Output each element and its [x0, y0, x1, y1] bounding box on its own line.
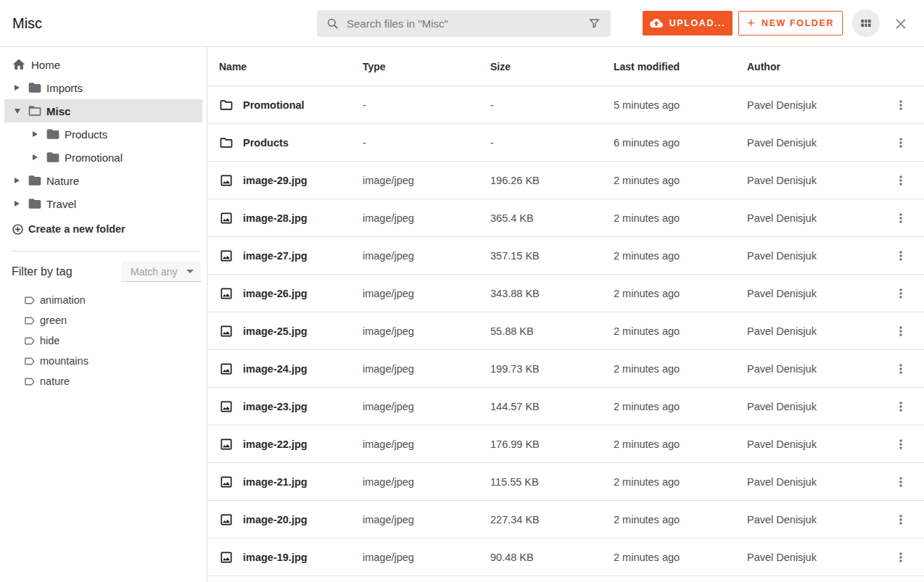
tree-item-label: Travel: [46, 198, 76, 210]
file-size: 176.99 KB: [490, 438, 614, 450]
file-name: Products: [243, 137, 289, 149]
file-name-cell: image-29.jpg: [219, 173, 363, 188]
table-row[interactable]: image-20.jpgimage/jpeg227.34 KB2 minutes…: [207, 501, 924, 539]
row-menu-button[interactable]: [889, 357, 912, 381]
file-modified: 2 minutes ago: [614, 514, 747, 525]
chevron-right-icon[interactable]: [33, 154, 38, 160]
close-button[interactable]: [892, 15, 909, 33]
file-name-cell: image-23.jpg: [219, 399, 363, 414]
row-menu-button[interactable]: [889, 433, 912, 456]
row-menu-button[interactable]: [889, 320, 912, 343]
tag-list: animationgreenhidemountainsnature: [12, 290, 201, 391]
table-row[interactable]: image-22.jpgimage/jpeg176.99 KB2 minutes…: [207, 425, 924, 463]
file-name: image-28.jpg: [243, 212, 308, 224]
tag-item-animation[interactable]: animation: [12, 290, 201, 310]
tree-item-promotional[interactable]: Promotional: [0, 146, 207, 169]
table-row[interactable]: image-23.jpgimage/jpeg144.57 KB2 minutes…: [207, 388, 924, 425]
file-name: image-25.jpg: [243, 325, 308, 337]
file-author: Pavel Denisjuk: [747, 99, 880, 111]
column-header-type: Type: [363, 61, 490, 72]
file-author: Pavel Denisjuk: [747, 250, 880, 262]
file-size: 357.15 KB: [490, 250, 614, 262]
row-menu-button[interactable]: [889, 395, 912, 418]
tag-item-green[interactable]: green: [12, 310, 201, 331]
table-row[interactable]: image-27.jpgimage/jpeg357.15 KB2 minutes…: [207, 237, 924, 275]
file-name: image-21.jpg: [243, 476, 308, 488]
row-menu-button[interactable]: [889, 282, 912, 305]
file-type: image/jpeg: [363, 552, 490, 563]
chevron-right-icon[interactable]: [33, 131, 38, 137]
row-menu-button[interactable]: [889, 508, 912, 531]
row-menu-button[interactable]: [889, 93, 912, 117]
table-row[interactable]: image-26.jpgimage/jpeg343.88 KB2 minutes…: [207, 275, 924, 312]
file-type: image/jpeg: [363, 212, 490, 224]
table-header-row: Name Type Size Last modified Author: [207, 47, 924, 86]
kebab-vertical-icon: [894, 437, 908, 452]
row-menu-button[interactable]: [889, 207, 912, 230]
tag-match-mode-select[interactable]: Match any: [122, 262, 201, 282]
row-menu-button[interactable]: [889, 244, 912, 267]
table-row[interactable]: image-24.jpgimage/jpeg199.73 KB2 minutes…: [207, 350, 924, 388]
tag-icon: [23, 355, 36, 367]
folder-icon: [46, 127, 60, 141]
search-bar[interactable]: [317, 10, 611, 37]
table-row[interactable]: image-29.jpgimage/jpeg196.26 KB2 minutes…: [207, 162, 924, 199]
file-name: image-24.jpg: [243, 363, 308, 375]
tag-match-mode-value: Match any: [131, 266, 186, 278]
tree-item-travel[interactable]: Travel: [0, 192, 207, 215]
table-row[interactable]: Products--6 minutes agoPavel Denisjuk: [207, 124, 924, 162]
tree-item-label: Promotional: [65, 151, 123, 164]
folder-tree: ImportsMiscProductsPromotionalNatureTrav…: [0, 76, 207, 215]
chevron-right-icon[interactable]: [15, 178, 20, 183]
file-type: image/jpeg: [363, 514, 490, 525]
file-name-cell: image-24.jpg: [219, 362, 363, 376]
file-type: image/jpeg: [363, 438, 490, 450]
row-menu-button[interactable]: [889, 169, 912, 192]
chevron-right-icon[interactable]: [15, 201, 20, 207]
tag-item-mountains[interactable]: mountains: [12, 351, 201, 371]
kebab-vertical-icon: [894, 512, 908, 527]
chevron-right-icon[interactable]: [15, 85, 20, 91]
row-menu-button[interactable]: [889, 131, 912, 154]
plus-icon: +: [747, 16, 755, 30]
folder-icon: [28, 173, 42, 188]
tree-item-misc[interactable]: Misc: [4, 99, 202, 122]
search-input[interactable]: [339, 17, 587, 30]
file-name-cell: Products: [219, 136, 363, 150]
tree-item-nature[interactable]: Nature: [0, 169, 207, 192]
filter-icon[interactable]: [587, 17, 601, 30]
upload-button[interactable]: UPLOAD...: [643, 11, 733, 36]
row-menu-button[interactable]: [889, 546, 912, 569]
chevron-down-icon[interactable]: [15, 109, 20, 114]
table-row[interactable]: image-25.jpgimage/jpeg55.88 KB2 minutes …: [207, 312, 924, 350]
create-folder-button[interactable]: Create a new folder: [0, 220, 207, 238]
kebab-vertical-icon: [894, 399, 908, 414]
file-size: 90.48 KB: [490, 552, 614, 563]
close-icon: [893, 16, 909, 32]
table-row[interactable]: Promotional--5 minutes agoPavel Denisjuk: [207, 86, 924, 124]
column-header-name: Name: [219, 61, 363, 72]
tag-item-nature[interactable]: nature: [12, 371, 201, 391]
tag-icon: [23, 315, 36, 327]
tag-item-hide[interactable]: hide: [12, 331, 201, 351]
tree-item-label: Products: [65, 128, 107, 141]
grid-view-toggle-button[interactable]: [852, 9, 880, 37]
file-size: 55.88 KB: [490, 325, 614, 337]
tree-item-imports[interactable]: Imports: [0, 76, 207, 99]
sidebar-item-home[interactable]: Home: [0, 56, 207, 73]
chevron-down-icon: [186, 270, 194, 273]
column-header-author: Author: [747, 61, 880, 72]
row-menu-button[interactable]: [889, 470, 912, 494]
table-row[interactable]: image-19.jpgimage/jpeg90.48 KB2 minutes …: [207, 539, 924, 576]
new-folder-button[interactable]: + NEW FOLDER: [738, 11, 843, 36]
file-size: 199.73 KB: [490, 363, 614, 375]
tree-item-products[interactable]: Products: [0, 122, 207, 146]
table-row[interactable]: image-28.jpgimage/jpeg365.4 KB2 minutes …: [207, 199, 924, 237]
file-name-cell: image-25.jpg: [219, 324, 363, 338]
file-author: Pavel Denisjuk: [747, 363, 880, 375]
file-name-cell: image-19.jpg: [219, 550, 363, 565]
file-name: image-26.jpg: [243, 288, 308, 299]
table-row[interactable]: image-21.jpgimage/jpeg115.55 KB2 minutes…: [207, 463, 924, 501]
image-file-icon: [219, 249, 234, 263]
image-file-icon: [219, 286, 234, 301]
